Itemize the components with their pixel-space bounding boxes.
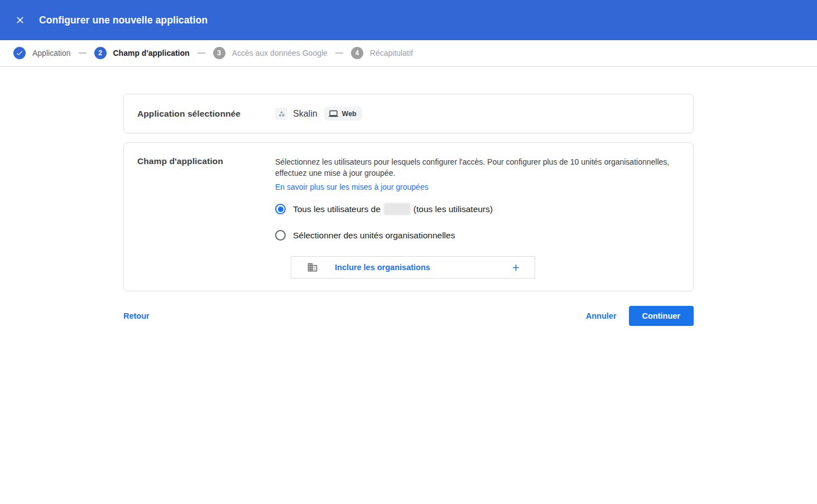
radio-unselected-icon (275, 230, 286, 241)
step-separator (198, 52, 205, 54)
app-name: Skalin (293, 109, 318, 119)
radio-select-org-units[interactable]: Sélectionner des unités organisationnell… (275, 230, 680, 241)
radio-selected-icon (275, 204, 286, 214)
selected-application-label: Application sélectionnée (137, 109, 275, 119)
step-separator (79, 52, 86, 54)
step-number: 4 (351, 47, 363, 59)
scope-card-label: Champ d'application (137, 156, 275, 166)
plus-icon[interactable] (509, 261, 522, 274)
check-icon (13, 47, 26, 59)
redacted-org-name (385, 204, 410, 214)
wizard-stepper: Application 2 Champ d'application 3 Accè… (0, 40, 817, 66)
include-organisations-box: Inclure les organisations (291, 256, 535, 279)
include-organisations-link[interactable]: Inclure les organisations (335, 263, 430, 272)
selected-application-card: Application sélectionnée Skalin Web (123, 94, 694, 133)
laptop-icon (329, 109, 338, 118)
footer-actions: Retour Annuler Continuer (123, 306, 694, 326)
platform-chip-label: Web (342, 110, 357, 118)
radio-all-users-label: Tous les utilisateurs de (tous les utili… (293, 204, 493, 214)
step-champ-application[interactable]: 2 Champ d'application (94, 47, 190, 59)
step-separator (335, 52, 343, 54)
dialog-title: Configurer une nouvelle application (39, 15, 208, 26)
step-label: Application (32, 49, 71, 57)
step-label: Champ d'application (113, 49, 190, 57)
scope-description: Sélectionnez les utilisateurs pour lesqu… (275, 156, 680, 179)
platform-chip: Web (324, 107, 362, 121)
step-number: 3 (213, 47, 225, 59)
close-icon[interactable] (13, 13, 27, 27)
cancel-button[interactable]: Annuler (586, 311, 617, 320)
step-number: 2 (94, 47, 107, 59)
radio-all-users[interactable]: Tous les utilisateurs de (tous les utili… (275, 204, 680, 214)
step-label: Accès aux données Google (232, 49, 328, 57)
step-recapitulatif[interactable]: 4 Récapitulatif (351, 47, 413, 59)
scope-card: Champ d'application Sélectionnez les uti… (123, 142, 694, 291)
continue-button[interactable]: Continuer (629, 306, 694, 326)
back-button[interactable]: Retour (123, 311, 150, 320)
app-icon (275, 108, 287, 120)
dialog-header: Configurer une nouvelle application (0, 0, 817, 40)
building-icon (307, 262, 318, 273)
learn-more-link[interactable]: En savoir plus sur les mises à jour grou… (275, 183, 429, 191)
step-application[interactable]: Application (13, 47, 71, 59)
step-acces-donnees[interactable]: 3 Accès aux données Google (213, 47, 328, 59)
radio-select-org-units-label: Sélectionner des unités organisationnell… (293, 231, 455, 241)
step-label: Récapitulatif (370, 49, 413, 57)
